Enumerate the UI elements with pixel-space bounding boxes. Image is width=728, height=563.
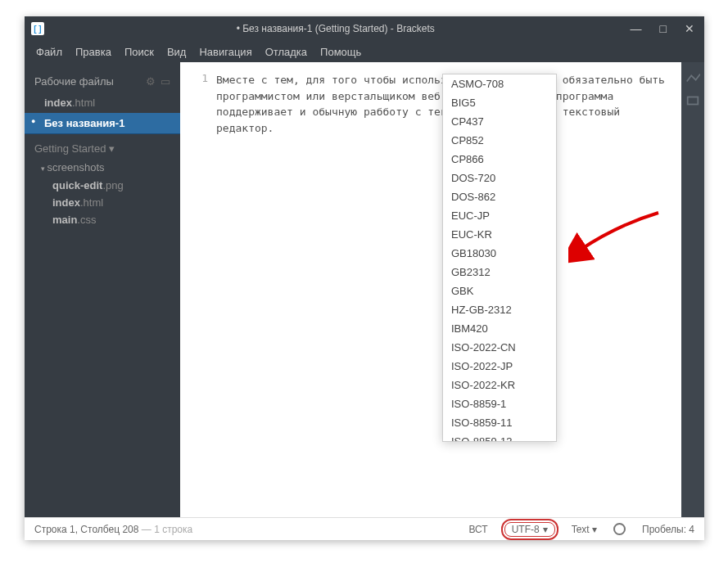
tree-file[interactable]: quick-edit.png <box>25 177 180 194</box>
insert-mode[interactable]: ВСТ <box>468 524 487 535</box>
encoding-option[interactable]: ISO-2022-JP <box>443 357 556 376</box>
tree-file[interactable]: main.css <box>25 211 180 228</box>
titlebar: [ ] • Без названия-1 (Getting Started) -… <box>25 16 704 41</box>
encoding-option[interactable]: HZ-GB-2312 <box>443 300 556 319</box>
encoding-option[interactable]: CP852 <box>443 131 556 150</box>
encoding-option[interactable]: ISO-8859-13 <box>443 432 556 441</box>
menu-debug[interactable]: Отладка <box>265 46 307 58</box>
menu-file[interactable]: Файл <box>36 46 62 58</box>
encoding-option[interactable]: GBK <box>443 282 556 300</box>
menu-find[interactable]: Поиск <box>124 46 154 58</box>
encoding-option[interactable]: BIG5 <box>443 93 556 112</box>
encoding-option[interactable]: DOS-862 <box>443 187 556 206</box>
working-file[interactable]: index.html <box>25 92 180 113</box>
maximize-button[interactable]: □ <box>657 22 670 35</box>
menu-navigate[interactable]: Навигация <box>199 46 251 58</box>
line-number: 1 <box>180 72 208 84</box>
encoding-selector[interactable]: UTF-8 ▾ <box>504 522 555 537</box>
statusbar: Строка 1, Столбец 208 — 1 строка ВСТ UTF… <box>25 517 704 540</box>
folder-screenshots[interactable]: screenshots <box>25 158 180 177</box>
lint-status-icon[interactable] <box>613 523 626 535</box>
gear-icon[interactable]: ⚙ <box>146 75 156 88</box>
indent-setting[interactable]: Пробелы: 4 <box>642 524 694 535</box>
extensions-icon[interactable] <box>685 95 700 106</box>
sidebar: Рабочие файлы ⚙ ▭ index.htmlБез названия… <box>25 62 180 517</box>
encoding-option[interactable]: ISO-8859-1 <box>443 394 556 413</box>
minimize-button[interactable]: — <box>627 22 645 35</box>
menu-view[interactable]: Вид <box>167 46 187 58</box>
encoding-option[interactable]: ASMO-708 <box>443 74 556 93</box>
menubar: Файл Правка Поиск Вид Навигация Отладка … <box>25 41 704 62</box>
encoding-option[interactable]: EUC-JP <box>443 206 556 225</box>
working-files-label: Рабочие файлы <box>34 75 114 88</box>
right-panel <box>681 62 704 517</box>
working-file[interactable]: Без названия-1 <box>25 113 180 134</box>
split-icon[interactable]: ▭ <box>161 75 170 88</box>
encoding-option[interactable]: ISO-2022-KR <box>443 376 556 394</box>
gutter: 1 <box>180 62 216 517</box>
window-title: • Без названия-1 (Getting Started) - Bra… <box>44 23 627 34</box>
encoding-dropdown: ASMO-708BIG5CP437CP852CP866DOS-720DOS-86… <box>442 74 557 442</box>
encoding-option[interactable]: GB2312 <box>443 263 556 282</box>
encoding-option[interactable]: GB18030 <box>443 244 556 263</box>
encoding-option[interactable]: DOS-720 <box>443 169 556 187</box>
encoding-option[interactable]: IBM420 <box>443 319 556 338</box>
encoding-option[interactable]: CP866 <box>443 150 556 169</box>
live-preview-icon[interactable] <box>685 72 700 83</box>
encoding-option[interactable]: CP437 <box>443 112 556 131</box>
svg-rect-0 <box>688 97 699 105</box>
cursor-position[interactable]: Строка 1, Столбец 208 <box>34 524 138 535</box>
encoding-option[interactable]: ISO-8859-11 <box>443 413 556 432</box>
encoding-option[interactable]: EUC-KR <box>443 225 556 244</box>
app-window: [ ] • Без названия-1 (Getting Started) -… <box>25 16 704 540</box>
app-icon: [ ] <box>31 22 44 35</box>
editor[interactable]: 1 Вместе с тем, для того чтобы использов… <box>180 62 681 517</box>
menu-help[interactable]: Помощь <box>320 46 361 58</box>
line-count: 1 строка <box>154 524 192 535</box>
project-title[interactable]: Getting Started ▾ <box>25 134 180 158</box>
menu-edit[interactable]: Правка <box>75 46 111 58</box>
tree-file[interactable]: index.html <box>25 194 180 211</box>
language-mode[interactable]: Text ▾ <box>572 524 597 535</box>
encoding-list[interactable]: ASMO-708BIG5CP437CP852CP866DOS-720DOS-86… <box>443 74 556 441</box>
encoding-option[interactable]: ISO-2022-CN <box>443 338 556 357</box>
close-button[interactable]: ✕ <box>681 22 698 35</box>
